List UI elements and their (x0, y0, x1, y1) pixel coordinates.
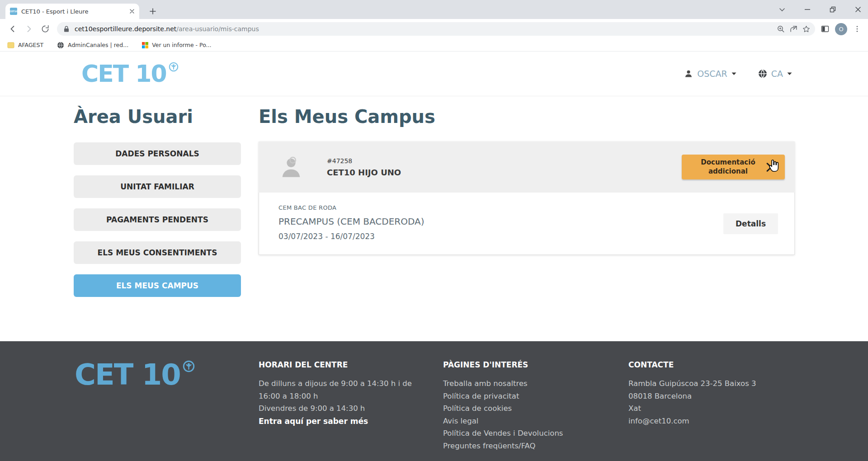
window-close-button[interactable] (854, 6, 862, 13)
bookmarks-bar: AFAGEST AdminCanales | red... Ver un inf… (0, 39, 868, 52)
lock-icon[interactable] (63, 25, 70, 33)
footer-contact-city: 08018 Barcelona (628, 390, 823, 403)
site-header: CET 10 OSCAR CA (0, 52, 868, 96)
program-dates: 03/07/2023 - 16/07/2023 (278, 232, 781, 241)
sidebar-item-consentiments[interactable]: ELS MEUS CONSENTIMENTS (74, 241, 241, 264)
user-area-sidebar: Àrea Usuari DADES PERSONALS UNITAT FAMIL… (74, 106, 241, 307)
footer-link-treballa[interactable]: Treballa amb nosaltres (443, 377, 620, 390)
footer-schedule-line2: Divendres de 9:00 a 14:30 h (259, 402, 422, 415)
footer-schedule-line1: De dilluns a dijous de 9:00 a 14:30 h i … (259, 377, 422, 402)
footer-link-cookies[interactable]: Política de cookies (443, 402, 620, 415)
url-text[interactable]: cet10esportilleure.deporsite.net/area-us… (75, 25, 774, 33)
cet10-logo-mark-icon (183, 360, 195, 372)
back-button[interactable] (6, 22, 19, 36)
cet10-logo[interactable]: CET 10 (81, 62, 179, 85)
footer-link-privacitat[interactable]: Política de privacitat (443, 390, 620, 403)
footer-schedule-column: HORARI DEL CENTRE De dilluns a dijous de… (259, 360, 422, 428)
user-menu[interactable]: OSCAR (684, 69, 736, 79)
footer-contact-email[interactable]: info@cet10.com (628, 415, 823, 428)
globe-icon (57, 42, 64, 49)
campus-card-body: CEM BAC DE RODA PRECAMPUS (CEM BACDERODA… (259, 193, 795, 255)
member-id: #47258 (327, 157, 401, 165)
microsoft-logo-icon (142, 42, 148, 48)
footer-schedule-title: HORARI DEL CENTRE (259, 360, 422, 369)
footer-contact-chat[interactable]: Xat (628, 402, 823, 415)
new-tab-button[interactable] (146, 5, 159, 18)
footer-contact-title: CONTACTE (628, 360, 823, 369)
footer-pages-column: PÀGINES D'INTERÉS Treballa amb nosaltres… (443, 360, 620, 452)
globe-icon (758, 69, 767, 78)
detalls-button[interactable]: Detalls (723, 213, 778, 234)
footer-link-avis-legal[interactable]: Avis legal (443, 415, 620, 428)
campus-card: #47258 CET10 HIJO UNO Documentació addic… (259, 141, 795, 255)
url-host: cet10esportilleure.deporsite.net (75, 25, 176, 33)
footer-link-vendes[interactable]: Política de Vendes i Devolucions (443, 427, 620, 440)
sidebar-item-dades-personals[interactable]: DADES PERSONALS (74, 142, 241, 165)
bookmark-admincanales[interactable]: AdminCanales | red... (57, 42, 128, 49)
chevron-down-icon (731, 72, 736, 75)
page-title: Els Meus Campus (259, 106, 795, 127)
browser-tabstrip: CET10 CET10 - Esport i Lleure (0, 0, 868, 19)
forward-button[interactable] (22, 22, 36, 36)
tab-title: CET10 - Esport i Lleure (21, 8, 128, 15)
footer-schedule-link[interactable]: Entra aquí per saber més (259, 415, 422, 428)
chevron-right-icon (766, 163, 773, 172)
tab-close-icon[interactable] (128, 8, 136, 15)
member-info: #47258 CET10 HIJO UNO (327, 157, 401, 177)
sidebar-item-unitat-familiar[interactable]: UNITAT FAMILIAR (74, 175, 241, 198)
program-name: PRECAMPUS (CEM BACDERODA) (278, 216, 781, 227)
folder-icon (7, 42, 14, 48)
cet10-logo-mark-icon (169, 62, 179, 72)
documentacio-addicional-button[interactable]: Documentació addicional (682, 155, 785, 179)
url-path: /area-usuario/mis-campus (176, 25, 259, 33)
tab-search-icon[interactable] (778, 6, 786, 13)
window-minimize-button[interactable] (804, 6, 811, 13)
footer-contact-column: CONTACTE Rambla Guipúscoa 23-25 Baixos 3… (628, 360, 823, 427)
avatar-placeholder-icon (278, 154, 304, 180)
chevron-down-icon (787, 72, 792, 75)
address-bar[interactable]: cet10esportilleure.deporsite.net/area-us… (57, 22, 815, 36)
bookmark-afagest[interactable]: AFAGEST (7, 42, 43, 48)
sidebar-item-pagaments-pendents[interactable]: PAGAMENTS PENDENTS (74, 208, 241, 231)
share-icon[interactable] (787, 23, 800, 35)
bookmark-star-icon[interactable] (800, 23, 812, 35)
campus-card-header: #47258 CET10 HIJO UNO Documentació addic… (259, 141, 795, 193)
tab-favicon: CET10 (10, 8, 17, 15)
window-restore-button[interactable] (829, 6, 836, 13)
footer-pages-title: PÀGINES D'INTERÉS (443, 360, 620, 369)
browser-toolbar: cet10esportilleure.deporsite.net/area-us… (0, 19, 868, 39)
footer-contact-address: Rambla Guipúscoa 23-25 Baixos 3 (628, 377, 823, 390)
browser-tab[interactable]: CET10 CET10 - Esport i Lleure (5, 4, 139, 19)
profile-avatar[interactable]: O (835, 23, 847, 35)
footer-link-faq[interactable]: Preguntes freqüents/FAQ (443, 440, 620, 452)
person-icon (684, 69, 693, 78)
side-panel-icon[interactable] (819, 23, 831, 35)
language-menu[interactable]: CA (758, 69, 792, 79)
footer-cet10-logo: CET 10 (75, 360, 195, 389)
member-name: CET10 HIJO UNO (327, 168, 401, 177)
page-content: Àrea Usuari DADES PERSONALS UNITAT FAMIL… (0, 96, 868, 341)
reload-button[interactable] (38, 22, 52, 36)
zoom-indicator-icon[interactable] (774, 23, 787, 35)
sidebar-item-els-meus-campus[interactable]: ELS MEUS CAMPUS (74, 274, 241, 297)
sidebar-title: Àrea Usuari (74, 106, 241, 127)
bookmark-verinforme[interactable]: Ver un informe - Po... (142, 42, 211, 48)
main-column: Els Meus Campus #47258 CET10 HIJO UNO Do… (259, 106, 795, 255)
site-footer: CET 10 HORARI DEL CENTRE De dilluns a di… (0, 341, 868, 461)
center-name: CEM BAC DE RODA (278, 204, 781, 211)
browser-menu-icon[interactable] (851, 23, 863, 35)
